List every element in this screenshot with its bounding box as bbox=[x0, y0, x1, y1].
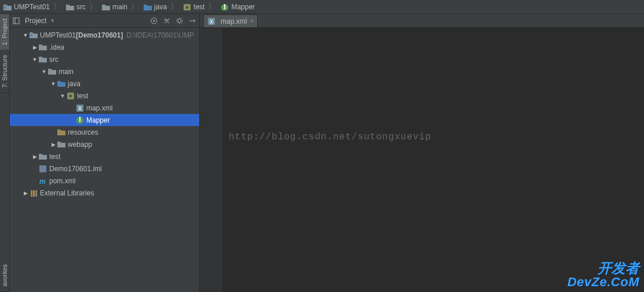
close-icon[interactable]: × bbox=[250, 17, 254, 25]
tree-node[interactable]: java bbox=[10, 77, 199, 90]
svg-rect-12 bbox=[13, 18, 19, 24]
hide-icon[interactable] bbox=[188, 16, 197, 25]
tree-node-label: UMPTest01 bbox=[40, 31, 76, 39]
expand-arrow-icon[interactable] bbox=[21, 190, 30, 196]
chevron-right-icon: 〉 bbox=[89, 2, 97, 12]
tree-node-label: main bbox=[58, 68, 74, 76]
tree-node[interactable]: map.xml bbox=[10, 102, 199, 114]
breadcrumb-item[interactable]: test〉 bbox=[182, 1, 219, 13]
tree-node-label: .idea bbox=[49, 43, 64, 51]
tree-node[interactable]: test bbox=[10, 90, 199, 102]
tree-node[interactable]: resources bbox=[10, 126, 199, 138]
editor-tab-map-xml[interactable]: map.xml × bbox=[203, 14, 258, 27]
interface-icon bbox=[76, 116, 84, 124]
expand-arrow-icon[interactable] bbox=[31, 154, 39, 160]
expand-arrow-icon[interactable] bbox=[21, 32, 30, 38]
tool-tab-structure[interactable]: 7: Structure bbox=[0, 50, 9, 93]
chevron-right-icon: 〉 bbox=[131, 2, 139, 12]
folder-icon bbox=[57, 141, 65, 149]
chevron-down-icon: ▼ bbox=[50, 18, 55, 24]
tree-node-label: Demo170601.iml bbox=[49, 165, 102, 173]
package-icon bbox=[67, 92, 75, 100]
xml-file-icon bbox=[207, 17, 215, 25]
tree-node[interactable]: webapp bbox=[10, 138, 199, 150]
folder-icon bbox=[48, 68, 56, 76]
expand-arrow-icon[interactable] bbox=[31, 45, 39, 50]
tab-label: map.xml bbox=[221, 17, 247, 25]
tree-node[interactable]: Demo170601.iml bbox=[10, 162, 199, 175]
collapse-all-icon[interactable] bbox=[162, 16, 171, 25]
breadcrumb-item[interactable]: main〉 bbox=[101, 1, 142, 13]
tree-node-label: External Libraries bbox=[40, 189, 94, 197]
chevron-right-icon: 〉 bbox=[208, 2, 216, 12]
expand-arrow-icon[interactable] bbox=[31, 57, 39, 62]
tree-node-label: webapp bbox=[68, 141, 92, 149]
breadcrumb-item[interactable]: Mapper bbox=[219, 1, 258, 13]
folder-icon bbox=[66, 3, 74, 10]
chevron-right-icon: 〉 bbox=[53, 2, 61, 12]
chevron-right-icon: 〉 bbox=[170, 2, 178, 12]
expand-arrow-icon[interactable] bbox=[40, 69, 48, 75]
folder-src-icon bbox=[57, 80, 65, 88]
locate-icon[interactable] bbox=[149, 16, 159, 25]
tree-node-label: test bbox=[49, 153, 60, 161]
tree-node[interactable]: test bbox=[10, 150, 199, 162]
tree-node[interactable]: main bbox=[10, 65, 199, 77]
libs-icon bbox=[30, 189, 38, 197]
tree-node[interactable]: External Libraries bbox=[10, 187, 199, 199]
tree-node-module: [Demo170601] bbox=[76, 31, 123, 39]
tool-tab-favorites[interactable]: avorites bbox=[0, 260, 9, 292]
project-sidebar: Project ▼ UMPTest01 [Demo170601]D:\IDEA\… bbox=[10, 14, 200, 292]
tree-node-label: pom.xml bbox=[49, 177, 75, 185]
tree-node-label: test bbox=[77, 92, 88, 100]
watermark-text: http://blog.csdn.net/sutongxuevip bbox=[229, 132, 431, 142]
expand-arrow-icon[interactable] bbox=[49, 142, 57, 147]
breadcrumb: UMPTest01〉src〉main〉java〉test〉Mapper bbox=[0, 0, 644, 14]
left-tool-gutter: 1: Project 7: Structure avorites bbox=[0, 14, 10, 292]
sidebar-view-selector[interactable]: Project ▼ bbox=[12, 17, 149, 25]
breadcrumb-item[interactable]: java〉 bbox=[142, 1, 182, 13]
folder-icon bbox=[102, 3, 110, 10]
svg-point-16 bbox=[178, 19, 181, 23]
tree-node-label: map.xml bbox=[86, 104, 112, 112]
xml-icon bbox=[76, 104, 84, 112]
project-icon bbox=[30, 31, 38, 39]
sidebar-title-label: Project bbox=[25, 17, 46, 25]
tree-node[interactable]: UMPTest01 [Demo170601]D:\IDEA\170601\UMP bbox=[10, 29, 199, 41]
editor-area: map.xml × http://blog.csdn.net/sutongxue… bbox=[200, 14, 644, 292]
editor-tabbar: map.xml × bbox=[200, 14, 644, 28]
breadcrumb-item[interactable]: src〉 bbox=[65, 1, 101, 13]
code-editor[interactable]: http://blog.csdn.net/sutongxuevip bbox=[223, 28, 644, 292]
maven-icon bbox=[39, 177, 47, 185]
expand-arrow-icon[interactable] bbox=[58, 93, 67, 99]
tree-node-label: Mapper bbox=[86, 116, 110, 124]
tree-node-label: resources bbox=[68, 128, 98, 136]
folder-src-icon bbox=[144, 3, 152, 10]
gear-icon[interactable] bbox=[175, 16, 184, 25]
project-tree[interactable]: UMPTest01 [Demo170601]D:\IDEA\170601\UMP… bbox=[10, 28, 199, 292]
tree-node[interactable]: pom.xml bbox=[10, 175, 199, 187]
interface-icon bbox=[221, 3, 229, 10]
svg-point-15 bbox=[153, 20, 155, 21]
project-view-icon bbox=[12, 17, 20, 25]
folder-icon bbox=[39, 43, 47, 51]
iml-icon bbox=[39, 165, 47, 173]
folder-res-icon bbox=[57, 128, 65, 136]
package-icon bbox=[183, 3, 191, 10]
tree-node-path: D:\IDEA\170601\UMP bbox=[126, 31, 194, 39]
line-number-gutter bbox=[200, 28, 223, 292]
tree-node[interactable]: .idea bbox=[10, 41, 199, 53]
tool-tab-project[interactable]: 1: Project bbox=[0, 14, 9, 50]
expand-arrow-icon[interactable] bbox=[49, 81, 57, 87]
tree-node-label: src bbox=[49, 56, 58, 64]
folder-icon bbox=[39, 153, 47, 161]
folder-icon bbox=[39, 56, 47, 64]
tree-node-label: java bbox=[68, 80, 80, 88]
project-icon bbox=[3, 3, 12, 10]
breadcrumb-item[interactable]: UMPTest01〉 bbox=[2, 1, 65, 13]
tree-node[interactable]: src bbox=[10, 53, 199, 65]
tree-node[interactable]: Mapper bbox=[10, 114, 199, 126]
